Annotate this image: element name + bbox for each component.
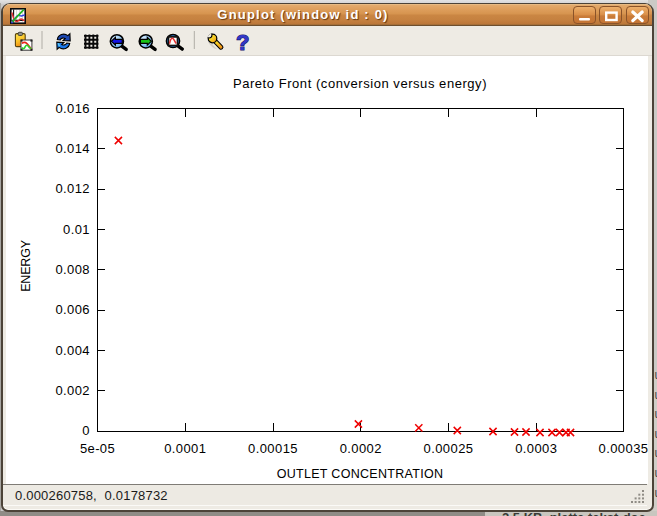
svg-text:0.012: 0.012 (55, 181, 90, 196)
svg-text:0.016: 0.016 (55, 101, 90, 116)
svg-text:0: 0 (82, 423, 90, 438)
svg-text:0.008: 0.008 (55, 262, 90, 277)
svg-text:5e-05: 5e-05 (80, 441, 115, 456)
svg-text:Pareto Front (conversion versu: Pareto Front (conversion versus energy) (233, 76, 487, 91)
svg-text:0.01: 0.01 (63, 222, 90, 237)
svg-text:0.0001: 0.0001 (164, 441, 206, 456)
svg-text:0.00025: 0.00025 (424, 441, 474, 456)
svg-text:?: ? (236, 30, 249, 55)
svg-text:0.00015: 0.00015 (248, 441, 298, 456)
svg-text:OUTLET CONCENTRATION: OUTLET CONCENTRATION (277, 467, 444, 481)
svg-text:0.004: 0.004 (55, 343, 90, 358)
svg-text:ENERGY: ENERGY (19, 239, 33, 291)
svg-text:0.00035: 0.00035 (599, 441, 648, 456)
svg-text:0.0003: 0.0003 (515, 441, 557, 456)
svg-text:0.002: 0.002 (55, 383, 90, 398)
svg-text:0.006: 0.006 (55, 302, 90, 317)
svg-text:0.014: 0.014 (55, 141, 90, 156)
svg-text:0.0002: 0.0002 (340, 441, 382, 456)
